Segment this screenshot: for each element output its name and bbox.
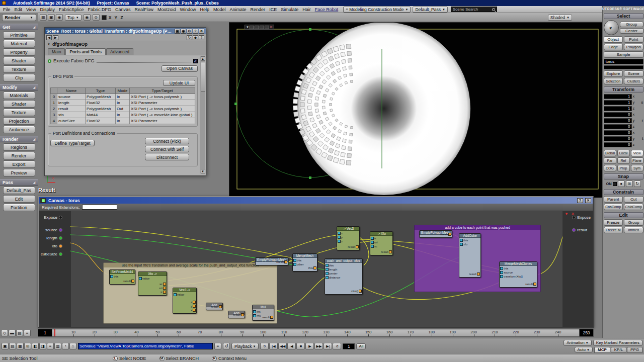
construction-mode-dropdown[interactable]: ≡ Modeling Construction Mode ▼ [343,7,411,13]
graph-port-xfo[interactable]: xfo [41,243,62,249]
graph-port-result[interactable]: result [572,227,591,233]
port-dot-icon[interactable] [59,244,62,248]
node-output-port[interactable]: result [469,273,480,276]
node-vec3[interactable]: Vec3 ->valuexyz [173,288,197,314]
keyable-icon[interactable] [48,59,51,63]
node-output-port[interactable]: result [348,245,359,249]
memo-swatch[interactable] [102,15,107,20]
script-icon[interactable]: ≡ [214,343,221,349]
current-frame-field[interactable]: 1 [343,343,355,349]
edit-header[interactable]: Edit [604,212,643,218]
sym-button[interactable]: Sym [631,165,643,171]
snap-header[interactable]: Snap [604,173,643,179]
playhead[interactable] [54,329,55,336]
open-canvas-button[interactable]: Open Canvas [162,65,198,72]
node-output-port[interactable]: ori [159,287,166,290]
start-frame[interactable]: 1 [38,329,52,336]
list-icon[interactable]: ≡ [47,343,54,349]
menu-window[interactable]: Window [178,6,198,13]
view-button[interactable]: View [631,150,643,156]
key-marked-parameters-button[interactable]: Key Marked Parameters [593,340,642,346]
node-output-port[interactable]: z [191,301,196,304]
node-input-port[interactable]: lhs [253,310,261,314]
close-icon[interactable]: ✕ [571,212,575,216]
selection-swatch[interactable] [604,65,643,69]
all-button[interactable]: All [356,343,366,349]
ref-button[interactable]: Ref [617,157,630,164]
cnscomp-button[interactable]: CnsComp [604,204,623,210]
node-input-port[interactable]: this [293,259,301,262]
left-section-render[interactable]: Render◢ [0,136,38,142]
end-frame[interactable]: 250 [579,329,593,336]
lock-icon[interactable]: ⊙ [93,14,100,21]
node-output-port[interactable]: xfos[] [351,290,362,293]
connect-pick-button[interactable]: Connect (Pick) [145,138,189,144]
node-output-port[interactable]: this [308,266,316,270]
node-input-port[interactable]: x [338,232,343,235]
shading-dropdown[interactable]: Shaded ▼ [548,15,572,21]
plane-button[interactable]: Plane [631,157,643,164]
transform-value-field[interactable]: 1 [604,106,632,111]
left-item-partition[interactable]: Partition [3,204,35,211]
node-input-port[interactable]: other [293,263,304,266]
left-item-default-pas[interactable]: Default_Pas [3,187,35,194]
select-header[interactable]: Select [604,13,643,19]
freeze-m-button[interactable]: Freeze M [604,227,623,233]
swatch-icon[interactable]: ▦ [17,343,24,349]
camera-icon[interactable]: ▣ [48,14,55,21]
point-filter-button[interactable]: Point [624,36,643,43]
transform-value-field[interactable]: 0 [604,118,632,123]
help-button[interactable]: ? [577,198,583,203]
scene-button[interactable]: Scene [624,70,643,77]
tab-advanced[interactable]: Advanced [106,48,133,55]
node-input-port[interactable]: transformXfo[] [500,275,523,279]
dfg-port-row[interactable]: 4cubeSizeFloat32InXSI Parameter [51,118,195,124]
node-mergemeshclones[interactable]: MergeMeshClonesthissourcetransformXfo[]r… [499,261,537,288]
layout-grid-icon[interactable]: ▦ [40,14,47,21]
left-item-texture[interactable]: Texture [3,65,35,73]
dialog-scrollbar[interactable]: ▲ ▼ [200,56,205,173]
node-input-port[interactable]: source [500,271,513,275]
node-input-port[interactable]: this [460,239,468,242]
menu-display[interactable]: Display [38,6,57,13]
node-mul[interactable]: Mullhsrhsresult [252,305,274,321]
constrain-header[interactable]: Constrain [604,189,643,195]
tab-ports-and-tools[interactable]: Ports and Tools [65,48,106,55]
group-edit-button[interactable]: Group [624,219,643,226]
left-item-property[interactable]: Property [3,48,35,56]
node-output-port[interactable]: result [123,280,134,283]
loop-icon[interactable]: ↻ [260,343,269,349]
auto-key-dropdown[interactable]: Auto ▼ [575,347,593,352]
left-item-material[interactable]: Material [3,40,35,47]
split-right-icon[interactable]: ◨ [39,343,46,349]
left-item-shader[interactable]: Shader [3,100,35,108]
left-item-clip[interactable]: Clip [3,74,35,81]
scrollbar-thumb[interactable] [201,62,205,92]
property-editor-dialog[interactable]: Scene_Root : torus : Global Transform : … [44,27,206,176]
node-output-port[interactable]: result [262,316,273,319]
menu-render[interactable]: Render [249,6,268,13]
dialog-title-bar[interactable]: Scene_Root : torus : Global Transform : … [45,28,206,34]
left-section-modify[interactable]: Modify◢ [0,84,38,90]
node-input-port[interactable]: distance [326,276,340,280]
refresh-icon[interactable]: ↻ [187,35,192,40]
canvas-window[interactable]: ▦ Canvas - torus ? ✕ Required Extensions… [38,196,594,328]
tab-main[interactable]: Main [48,48,65,55]
menu-ice[interactable]: ICE [267,6,279,13]
transform-value-field[interactable]: 0 [604,112,632,117]
playback-menu[interactable]: Playback ▼ [231,343,259,349]
define-type-target-button[interactable]: Define Type/Target [50,140,95,146]
menu-simulate[interactable]: Simulate [279,6,300,13]
node-output-port[interactable]: tr [160,291,166,294]
node-input-port[interactable]: xfo [460,243,467,246]
split-left-icon[interactable]: ◧ [32,343,39,349]
node-output-port[interactable]: mesh [440,233,451,236]
node-vec3[interactable]: -> Vec3xyzresult [337,226,360,250]
help-icon[interactable]: ? [199,35,204,40]
center-button[interactable]: Center [620,28,643,34]
left-item-preview[interactable]: Preview [3,169,35,176]
frame-forward-icon[interactable]: ▶▶ [314,343,323,349]
node-input-port[interactable]: rhs [253,314,261,318]
parent-button[interactable]: Parent [604,196,623,203]
node-output-port[interactable]: y [191,305,196,308]
